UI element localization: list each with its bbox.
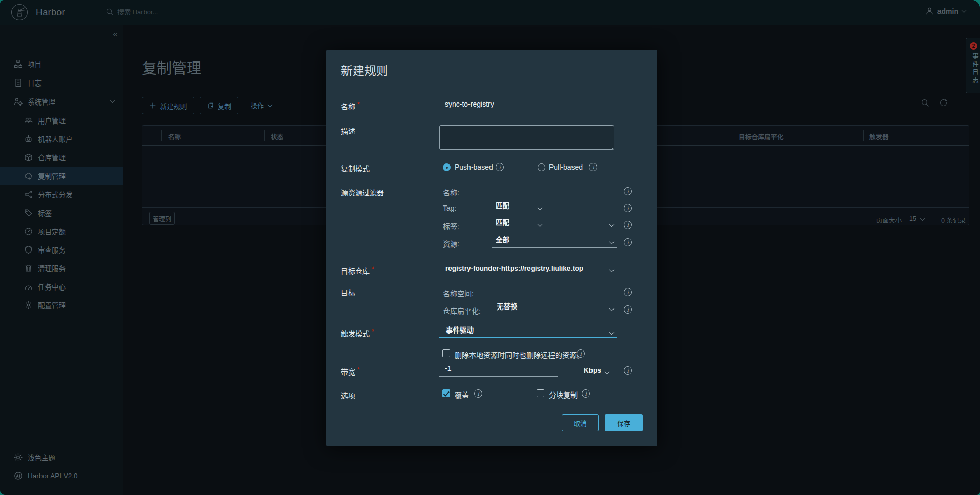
sidebar-item-user-management[interactable]: 用户管理 [0,111,123,130]
filter-tag-mode-select[interactable]: 匹配 [492,199,545,213]
sidebar-item-distribution[interactable]: 分布式分发 [0,185,123,203]
info-icon[interactable]: i [582,389,590,398]
event-log-tab[interactable]: 2 事件日志 [966,38,980,93]
dest-registry-select[interactable]: registry-founder-https://registry.liulik… [439,260,617,275]
sidebar-item-robot-accounts[interactable]: 机器人账户 [0,130,123,148]
info-icon[interactable]: i [624,238,632,246]
sidebar-item-registries[interactable]: 仓库管理 [0,148,123,167]
replication-cloud-icon [24,172,33,180]
api-link-label: Harbor API V2.0 [28,472,78,480]
page-size-label: 页面大小 [876,215,902,225]
user-icon [925,7,934,15]
api-link[interactable]: Harbor API V2.0 [0,466,123,485]
description-textarea[interactable] [439,125,614,150]
pull-based-radio[interactable] [538,163,545,171]
bandwidth-unit-select[interactable]: Kbps [580,362,612,377]
info-icon[interactable]: i [624,187,632,195]
gear-icon [24,301,33,310]
sidebar-item-label: 分布式分发 [38,189,73,199]
user-menu[interactable]: admin [925,7,966,15]
flatten-label: 仓库扁平化: [443,305,481,316]
info-icon[interactable]: i [577,349,585,358]
info-icon[interactable]: i [474,389,482,398]
info-icon[interactable]: i [624,288,632,296]
chunk-checkbox[interactable] [537,389,544,397]
push-based-radio[interactable] [443,163,451,171]
user-name: admin [937,7,958,15]
global-search-input[interactable] [117,8,271,16]
save-button[interactable]: 保存 [605,414,643,431]
sidebar-item-system-admin[interactable]: 系统管理 [0,92,123,111]
sidebar-item-configuration[interactable]: 配置管理 [0,296,123,314]
column-header-trigger[interactable]: 触发器 [869,132,889,141]
sidebar-item-job-service[interactable]: 任务中心 [0,277,123,296]
override-checkbox[interactable] [442,389,450,397]
sidebar-item-label: 清理服务 [38,263,66,273]
plus-icon [149,102,156,109]
app-root: Harbor admin 项目 日志 系统管理 用户管理 [0,0,980,495]
sidebar-item-label: 审查服务 [38,244,66,255]
sidebar-item-replications[interactable]: 复制管理 [0,167,123,185]
required-asterisk: * [372,328,374,335]
page-size-value[interactable]: 15 [909,215,916,222]
modal-title: 新建规则 [341,61,388,78]
info-icon[interactable]: i [589,163,597,171]
filter-resource-select[interactable]: 全部 [492,233,617,248]
column-header-flattening[interactable]: 目标仓库扁平化 [739,132,784,141]
grid-tools [921,98,948,107]
manage-columns-button[interactable]: 管理列 [149,212,175,225]
search-icon[interactable] [921,98,929,107]
actions-dropdown[interactable]: 操作 [251,100,272,110]
sidebar-item-label: 项目定额 [38,226,66,236]
new-rule-modal: 新建规则 名称* 描述 复制模式 Push-based i Pull-based… [326,50,657,446]
sidebar-item-label: 用户管理 [38,115,66,126]
theme-toggle[interactable]: 浅色主题 [0,448,123,466]
info-icon[interactable]: i [496,163,504,171]
sidebar-item-label: 任务中心 [38,281,66,292]
info-icon[interactable]: i [624,366,632,375]
cancel-button[interactable]: 取消 [562,414,599,431]
sidebar-collapse-button[interactable]: « [109,29,122,40]
delete-remote-checkbox[interactable] [442,349,450,357]
chevron-down-icon[interactable] [920,216,925,221]
info-icon[interactable]: i [624,221,632,229]
sidebar-item-logs[interactable]: 日志 [0,73,123,92]
brand-title[interactable]: Harbor [36,7,65,18]
column-header-status[interactable]: 状态 [271,132,283,141]
trigger-mode-label: 触发模式* [341,328,374,338]
info-icon[interactable]: i [624,204,632,212]
flatten-select[interactable]: 无替换 [493,300,617,314]
filter-label-value-select[interactable] [555,216,617,230]
new-rule-button[interactable]: 新建规则 [142,97,194,114]
sidebar-item-labels[interactable]: 标签 [0,203,123,222]
harbor-logo-icon [10,3,29,22]
search-icon [106,8,114,16]
trigger-mode-select[interactable]: 事件驱动 [439,323,617,338]
name-input[interactable] [439,97,617,112]
chevron-down-icon [110,98,115,103]
info-icon[interactable]: i [624,305,632,314]
replicate-button[interactable]: 复制 [200,97,238,114]
column-divider [731,130,731,141]
filter-label-label: 标签: [443,221,459,231]
filter-name-input[interactable] [493,182,617,196]
filter-tag-input[interactable] [555,199,617,213]
sidebar-item-gc[interactable]: 清理服务 [0,259,123,277]
sidebar-item-interrogation[interactable]: 审查服务 [0,240,123,259]
namespace-input[interactable] [493,283,617,297]
refresh-icon[interactable] [939,98,948,107]
chevron-down-icon [609,239,615,244]
sidebar-item-projects[interactable]: 项目 [0,54,123,73]
sidebar: 项目 日志 系统管理 用户管理 机器人账户 仓库管理 复制管理 [0,25,123,495]
sidebar-item-project-quotas[interactable]: 项目定额 [0,222,123,240]
column-header-name[interactable]: 名称 [168,132,181,141]
filter-name-label: 名称: [443,187,459,197]
filter-label-mode-select[interactable]: 匹配 [492,216,545,230]
column-divider [161,130,162,141]
pull-based-label: Pull-based [549,163,583,171]
sidebar-item-label: 项目 [28,58,42,69]
top-header: Harbor admin [0,0,980,25]
sidebar-item-label: 机器人账户 [38,134,73,144]
resize-handle-icon[interactable] [608,144,613,149]
bandwidth-input[interactable] [439,361,558,377]
